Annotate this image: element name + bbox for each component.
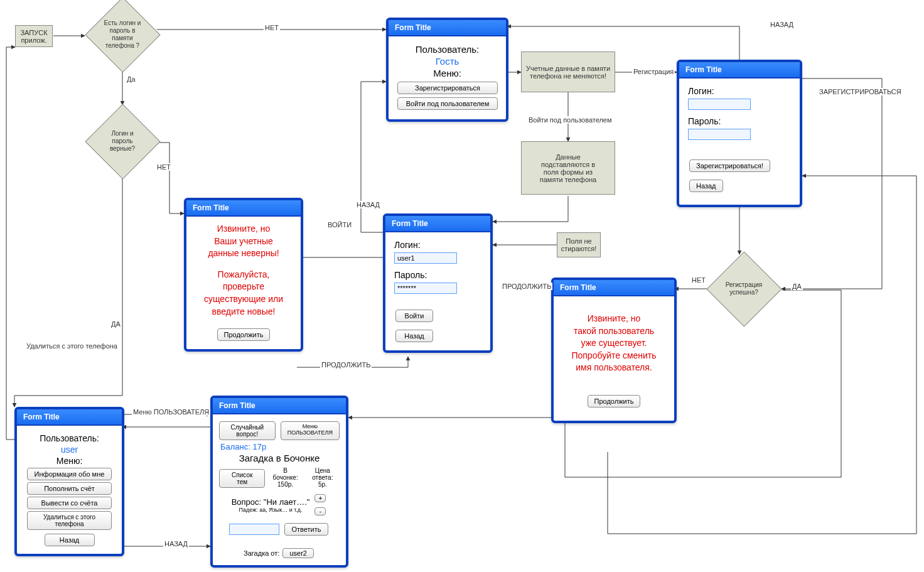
- edge-label: Да: [126, 75, 137, 83]
- minus-button[interactable]: -: [314, 507, 326, 515]
- question-label: Вопрос: "Ни лает….": [232, 497, 310, 507]
- edge-label: ДА: [110, 320, 122, 328]
- form-user-exists: Form Title Извините, но такой пользовате…: [551, 278, 677, 423]
- edge-label: ЗАРЕГИСТРИРОВАТЬСЯ: [818, 88, 903, 95]
- answer-cost-label: Цена ответа:: [304, 467, 341, 481]
- edge-label: НЕТ: [690, 276, 707, 284]
- login-as-user-button[interactable]: Войти под пользователем: [397, 97, 498, 110]
- error-text-2: Пожалуйста, проверьте существующие или в…: [195, 269, 292, 318]
- user-name: user: [26, 445, 113, 455]
- edge-label: НЕТ: [156, 163, 172, 171]
- edge-label: ВОЙТИ: [326, 221, 353, 229]
- back-button[interactable]: Назад: [45, 534, 95, 546]
- user-menu-button[interactable]: Меню ПОЛЬЗОВАТЕЛЯ: [281, 421, 340, 440]
- riddle-from-label: Загадка от:: [244, 549, 279, 557]
- form-title: Form Title: [17, 409, 122, 426]
- form-error: Form Title Извините, но Ваши учетные дан…: [184, 198, 303, 352]
- info-button[interactable]: Информация обо мне: [27, 468, 112, 480]
- process-prefill: Данные подставляются в поля формы из пам…: [521, 141, 615, 195]
- form-title: Form Title: [389, 20, 506, 36]
- answer-cost-value: 5р.: [304, 481, 341, 488]
- login-label: Логин:: [394, 240, 481, 250]
- edge-label: Войти под пользователем: [527, 116, 613, 124]
- form-register: Form Title Логин: Пароль: Зарегистрирова…: [677, 60, 802, 207]
- riddle-author-button[interactable]: user2: [282, 548, 314, 558]
- edge-label: НАЗАД: [355, 201, 381, 208]
- continue-button[interactable]: Продолжить: [217, 328, 271, 341]
- withdraw-button[interactable]: Вывести со счёта: [27, 497, 112, 509]
- edge-label: Меню ПОЛЬЗОВАТЕЛЯ: [132, 408, 210, 416]
- form-login: Form Title Логин: Пароль: Войти Назад: [383, 213, 493, 353]
- hints-text: Падеж: аа, Язык… и т.д.: [232, 507, 310, 513]
- process-no-clear: Поля не стираются!: [557, 232, 601, 257]
- form-game: Form Title Случайный вопрос! Меню ПОЛЬЗО…: [210, 396, 348, 568]
- login-input[interactable]: [394, 252, 457, 264]
- edge-label: НЕТ: [264, 24, 280, 31]
- answer-button[interactable]: Ответить: [284, 523, 328, 536]
- login-input[interactable]: [688, 99, 751, 110]
- user-label: Пользователь:: [397, 44, 497, 55]
- menu-label: Меню:: [26, 456, 113, 466]
- flowchart-canvas: ЗАПУСК прилож. Есть логин и пароль в пам…: [0, 0, 924, 572]
- topics-button[interactable]: Список тем: [219, 469, 265, 488]
- menu-label: Меню:: [397, 68, 497, 78]
- form-title: Form Title: [385, 216, 490, 232]
- user-label: Пользователь:: [26, 433, 113, 443]
- form-title: Form Title: [679, 62, 800, 78]
- password-label: Пароль:: [688, 116, 791, 126]
- login-label: Логин:: [688, 86, 791, 96]
- edge-label: ДА: [791, 283, 803, 290]
- user-name: Гость: [397, 56, 497, 67]
- register-button[interactable]: Зарегистрироваться: [397, 82, 498, 94]
- start-node: ЗАПУСК прилож.: [15, 25, 53, 47]
- password-label: Пароль:: [394, 270, 481, 280]
- register-submit-button[interactable]: Зарегистрироваться!: [689, 159, 770, 172]
- edge-label: Регистрация: [632, 68, 675, 75]
- plus-button[interactable]: +: [314, 494, 326, 502]
- edge-label: НАЗАД: [163, 540, 189, 548]
- process-creds-unchanged: Учетные данные в памяти телефона не меня…: [521, 51, 615, 92]
- edge-label: ПРОДОЛЖИТЬ: [501, 283, 552, 290]
- form-user-menu: Form Title Пользователь: user Меню: Инфо…: [14, 407, 124, 556]
- continue-button[interactable]: Продолжить: [588, 395, 641, 407]
- delete-button[interactable]: Удалиться с этого телефона: [27, 511, 112, 530]
- edge-label: Удалиться с этого телефона: [25, 342, 119, 350]
- login-button[interactable]: Войти: [395, 310, 433, 322]
- password-input[interactable]: [394, 283, 457, 294]
- topup-button[interactable]: Пополнить счёт: [27, 482, 112, 495]
- edge-label: ПРОДОЛЖИТЬ: [320, 361, 372, 369]
- form-title: Form Title: [554, 280, 674, 296]
- error-text: Извините, но такой пользователь уже суще…: [562, 313, 665, 374]
- back-button[interactable]: Назад: [395, 330, 433, 342]
- password-input[interactable]: [688, 129, 751, 140]
- in-barrel-label: В бочонке:: [270, 467, 300, 481]
- game-title: Загадка в Бочонке: [218, 453, 341, 463]
- edge-label: НАЗАД: [769, 21, 795, 28]
- back-button[interactable]: Назад: [689, 180, 723, 192]
- decision-registration-success: Регистрация успешна?: [706, 251, 782, 326]
- decision-login-correct: Логин и пароль верные?: [85, 104, 160, 179]
- in-barrel-value: 150р.: [270, 481, 300, 488]
- decision-login-in-memory: Есть логин и пароль в памяти телефона ?: [85, 0, 160, 72]
- form-title: Form Title: [213, 398, 346, 414]
- answer-input[interactable]: [229, 524, 279, 535]
- form-guest: Form Title Пользователь: Гость Меню: Зар…: [386, 18, 508, 122]
- form-title: Form Title: [186, 200, 301, 217]
- random-question-button[interactable]: Случайный вопрос!: [219, 421, 276, 440]
- error-text-1: Извините, но Ваши учетные данные неверны…: [195, 223, 292, 260]
- balance-text: Баланс: 17р: [220, 442, 341, 451]
